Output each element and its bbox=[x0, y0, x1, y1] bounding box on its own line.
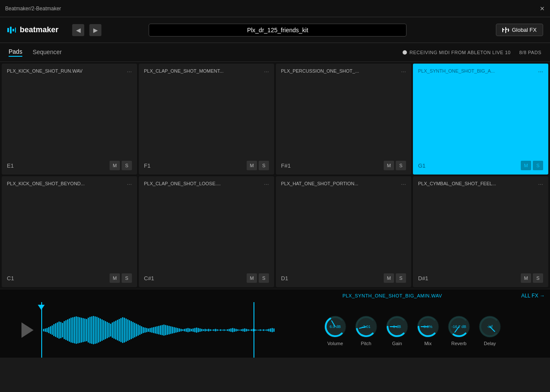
wave-bar bbox=[156, 326, 158, 334]
wave-bar bbox=[84, 318, 86, 342]
wave-bar bbox=[234, 328, 235, 332]
pad-more-button[interactable]: ··· bbox=[264, 68, 269, 75]
mute-button[interactable]: M bbox=[247, 161, 257, 170]
mute-button[interactable]: M bbox=[110, 161, 120, 170]
nav-tabs: Pads Sequencer RECEIVING MIDI FROM ABLET… bbox=[0, 43, 550, 62]
knob-svg-mix[interactable] bbox=[416, 314, 440, 339]
pad-more-button[interactable]: ··· bbox=[401, 68, 406, 75]
knob-svg-volume[interactable] bbox=[323, 314, 348, 339]
mute-button[interactable]: M bbox=[110, 273, 120, 283]
prev-kit-button[interactable]: ◀ bbox=[72, 24, 84, 36]
tab-pads[interactable]: Pads bbox=[9, 48, 22, 57]
mute-button[interactable]: M bbox=[521, 273, 531, 283]
solo-button[interactable]: S bbox=[122, 161, 132, 170]
global-fx-label: Global FX bbox=[512, 27, 537, 33]
wave-bar bbox=[81, 318, 82, 343]
knob-label-delay: Delay bbox=[484, 341, 496, 346]
pad-more-button[interactable]: ··· bbox=[264, 181, 269, 187]
pad-name: PLX_HAT_ONE_SHOT_PORTION... bbox=[281, 181, 406, 187]
wave-bar bbox=[60, 322, 61, 338]
pad-more-button[interactable]: ··· bbox=[538, 68, 543, 75]
end-marker bbox=[254, 302, 254, 358]
solo-button[interactable]: S bbox=[259, 161, 269, 170]
mute-button[interactable]: M bbox=[384, 161, 394, 170]
start-marker-icon bbox=[38, 305, 45, 310]
svg-rect-6 bbox=[505, 27, 506, 33]
knob-svg-reverb[interactable] bbox=[446, 314, 471, 339]
wave-bar bbox=[192, 328, 194, 332]
wave-bar bbox=[141, 326, 142, 334]
pad-csharp1[interactable]: PLX_CLAP_ONE_SHOT_LOOSE....···C#1MS bbox=[139, 176, 274, 287]
solo-button[interactable]: S bbox=[122, 273, 132, 283]
solo-button[interactable]: S bbox=[396, 273, 406, 283]
pad-note: D#1 bbox=[418, 275, 428, 282]
playhead bbox=[41, 302, 42, 358]
knob-delay[interactable]: -inf bbox=[477, 314, 502, 339]
knob-svg-gain[interactable] bbox=[385, 314, 409, 339]
knob-svg-delay[interactable] bbox=[477, 314, 502, 339]
wave-bar bbox=[45, 328, 46, 332]
pad-note: D1 bbox=[281, 275, 288, 282]
knob-reverb[interactable]: -16.7 dB bbox=[446, 314, 471, 339]
mute-button[interactable]: M bbox=[521, 161, 531, 170]
next-kit-button[interactable]: ▶ bbox=[89, 24, 101, 36]
pad-d1[interactable]: PLX_HAT_ONE_SHOT_PORTION...···D1MS bbox=[276, 176, 411, 287]
pad-dsharp1[interactable]: PLX_CYMBAL_ONE_SHOT_FEEL...···D#1MS bbox=[413, 176, 548, 287]
pad-e1[interactable]: PLX_KICK_ONE_SHOT_RUN.WAV···E1MS bbox=[2, 64, 137, 175]
knob-mix[interactable]: 0.0% bbox=[416, 314, 440, 339]
pad-g1[interactable]: PLX_SYNTH_ONE_SHOT_BIG_A...···G1MS bbox=[413, 64, 548, 175]
solo-button[interactable]: S bbox=[533, 273, 543, 283]
wave-bar bbox=[86, 319, 87, 341]
pad-more-button[interactable]: ··· bbox=[538, 181, 543, 187]
wave-bar bbox=[272, 328, 273, 332]
logo: beatmaker bbox=[7, 25, 58, 35]
wave-bar bbox=[208, 329, 209, 331]
wave-bar bbox=[101, 319, 103, 341]
wave-bar bbox=[46, 328, 48, 332]
tab-sequencer[interactable]: Sequencer bbox=[33, 49, 62, 56]
wave-bar bbox=[254, 329, 256, 331]
wave-bar bbox=[194, 328, 196, 332]
knob-gain[interactable]: 0 dB bbox=[385, 314, 409, 339]
pad-more-button[interactable]: ··· bbox=[401, 181, 406, 187]
pad-more-button[interactable]: ··· bbox=[127, 181, 132, 187]
solo-button[interactable]: S bbox=[533, 161, 543, 170]
knob-svg-pitch[interactable] bbox=[354, 314, 379, 339]
wave-bar bbox=[55, 323, 56, 337]
wave-bar bbox=[57, 322, 58, 338]
knob-pitch[interactable]: -3.01 bbox=[354, 314, 379, 339]
wave-bar bbox=[131, 321, 132, 339]
midi-label: RECEIVING MIDI FROM ABLETON LIVE 10 bbox=[409, 50, 511, 55]
wave-bar bbox=[218, 330, 220, 331]
knob-volume[interactable]: 6.0 dB bbox=[323, 314, 348, 339]
wave-bar bbox=[110, 324, 111, 337]
wave-bar bbox=[129, 320, 130, 340]
all-fx-button[interactable]: ALL FX → bbox=[521, 293, 545, 299]
wave-bar bbox=[213, 329, 214, 331]
waveform-canvas[interactable] bbox=[0, 302, 275, 358]
global-fx-button[interactable]: Global FX bbox=[496, 24, 543, 36]
wave-bar bbox=[151, 328, 153, 333]
wave-bar bbox=[144, 328, 146, 333]
knob-group-volume: 6.0 dBVolume bbox=[323, 314, 348, 346]
solo-button[interactable]: S bbox=[396, 161, 406, 170]
mute-button[interactable]: M bbox=[247, 273, 257, 283]
solo-button[interactable]: S bbox=[259, 273, 269, 283]
wave-bar bbox=[74, 317, 75, 343]
wave-bar bbox=[223, 329, 225, 331]
midi-dot-icon bbox=[403, 50, 407, 55]
wave-bar bbox=[67, 319, 68, 341]
wave-bar bbox=[227, 329, 228, 331]
knob-label-volume: Volume bbox=[327, 341, 343, 346]
pad-name: PLX_CYMBAL_ONE_SHOT_FEEL... bbox=[418, 181, 543, 187]
wave-bar bbox=[232, 328, 233, 332]
wave-bar bbox=[89, 317, 91, 343]
close-button[interactable]: ✕ bbox=[540, 5, 545, 12]
mute-button[interactable]: M bbox=[384, 273, 394, 283]
pad-more-button[interactable]: ··· bbox=[127, 68, 132, 75]
wave-bar bbox=[177, 328, 178, 332]
knob-group-mix: 0.0%Mix bbox=[416, 314, 440, 346]
pad-c1[interactable]: PLX_KICK_ONE_SHOT_BEYOND...···C1MS bbox=[2, 176, 137, 287]
pad-fsharp1[interactable]: PLX_PERCUSSION_ONE_SHOT_...···F#1MS bbox=[276, 64, 411, 175]
pad-f1[interactable]: PLX_CLAP_ONE_SHOT_MOMENT...···F1MS bbox=[139, 64, 274, 175]
